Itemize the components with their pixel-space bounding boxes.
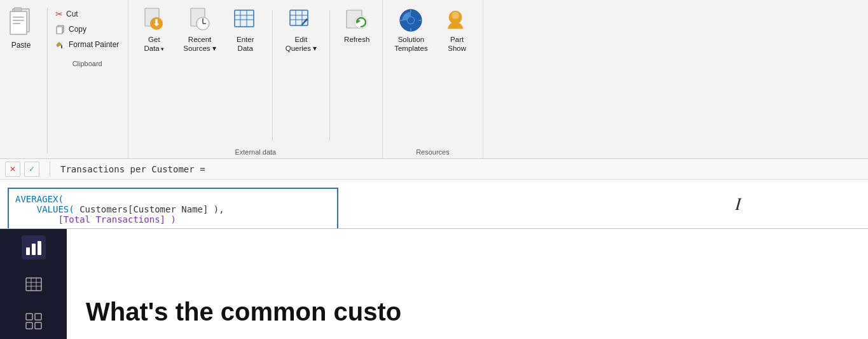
edit-queries-icon bbox=[288, 8, 313, 33]
resources-group-label: Resources bbox=[383, 146, 482, 156]
resources-group: Solution Templates Part Show Resources bbox=[383, 0, 483, 158]
formula-cancel-button[interactable]: ✕ bbox=[5, 162, 20, 177]
formula-line-1: AVERAGEX( bbox=[15, 194, 331, 204]
cut-button[interactable]: ✂ Cut bbox=[53, 8, 121, 20]
clipboard-group: Paste ✂ Cut Copy bbox=[0, 0, 128, 158]
get-data-icon: ⬇ bbox=[141, 8, 167, 33]
svg-rect-2 bbox=[14, 8, 22, 11]
text-cursor: 𝐼 bbox=[735, 194, 741, 215]
svg-rect-3 bbox=[13, 17, 24, 18]
formula-content[interactable]: AVERAGEX( VALUES( Customers[Customer Nam… bbox=[0, 180, 868, 228]
copy-label: Copy bbox=[69, 25, 86, 34]
refresh-button[interactable]: Refresh bbox=[338, 5, 376, 47]
recent-sources-icon bbox=[187, 8, 212, 33]
svg-rect-17 bbox=[235, 10, 254, 27]
partner-showcase-icon bbox=[444, 8, 470, 33]
partner-showcase-label: Part Show bbox=[448, 36, 466, 53]
format-painter-icon bbox=[55, 39, 65, 50]
left-sidebar bbox=[0, 229, 67, 339]
resources-items: Solution Templates Part Show bbox=[383, 5, 482, 146]
values-keyword: VALUES( bbox=[15, 204, 79, 214]
svg-rect-49 bbox=[35, 314, 41, 320]
svg-rect-22 bbox=[290, 10, 308, 25]
get-data-button[interactable]: ⬇ Get Data bbox=[135, 5, 173, 56]
get-data-label: Get Data bbox=[144, 36, 164, 53]
formula-bar-top: ✕ ✓ Transactions per Customer = bbox=[0, 159, 868, 180]
clipboard-group-label: Clipboard bbox=[53, 57, 121, 67]
solution-templates-icon bbox=[398, 8, 424, 33]
svg-point-39 bbox=[451, 12, 458, 19]
copy-icon bbox=[55, 24, 65, 34]
formula-line-3: [Total Transactions] ) bbox=[15, 214, 331, 225]
values-arg: Customers[Customer Name] ), bbox=[79, 204, 224, 214]
formula-confirm-button[interactable]: ✓ bbox=[24, 162, 39, 177]
paste-label: Paste bbox=[11, 41, 31, 50]
sidebar-item-model[interactable] bbox=[22, 309, 46, 333]
svg-rect-7 bbox=[57, 27, 62, 34]
ribbon: Paste ✂ Cut Copy bbox=[0, 0, 868, 159]
solution-templates-label: Solution Templates bbox=[394, 36, 427, 53]
formula-controls: ✕ ✓ bbox=[5, 162, 39, 177]
svg-rect-42 bbox=[38, 241, 41, 255]
enter-data-label: Enter Data bbox=[237, 36, 254, 53]
svg-rect-50 bbox=[26, 322, 32, 329]
external-data-items: ⬇ Get Data bbox=[128, 5, 382, 146]
svg-rect-8 bbox=[61, 45, 62, 48]
sidebar-item-report[interactable] bbox=[22, 235, 46, 259]
svg-rect-4 bbox=[13, 20, 24, 21]
solution-templates-button[interactable]: Solution Templates bbox=[389, 5, 432, 56]
enter-data-button[interactable]: Enter Data bbox=[226, 5, 265, 56]
paste-icon bbox=[6, 5, 36, 39]
svg-rect-5 bbox=[13, 23, 20, 24]
partner-showcase-button[interactable]: Part Show bbox=[438, 5, 476, 56]
main-heading: What's the common custo bbox=[86, 298, 401, 326]
formula-bar: ✕ ✓ Transactions per Customer = AVERAGEX… bbox=[0, 159, 868, 229]
cut-icon: ✂ bbox=[55, 9, 63, 19]
svg-rect-43 bbox=[26, 278, 41, 291]
edit-queries-button[interactable]: Edit Queries ▾ bbox=[280, 5, 322, 56]
formula-measure-name: Transactions per Customer = bbox=[60, 164, 205, 174]
format-painter-button[interactable]: Format Painter bbox=[53, 38, 121, 51]
formula-divider bbox=[50, 162, 50, 177]
external-data-group-label: External data bbox=[128, 146, 382, 156]
svg-point-33 bbox=[408, 17, 415, 24]
edit-queries-label: Edit Queries ▾ bbox=[286, 36, 317, 53]
external-data-group: ⬇ Get Data bbox=[128, 0, 383, 158]
refresh-icon bbox=[344, 8, 369, 33]
formula-body: AVERAGEX( VALUES( Customers[Customer Nam… bbox=[8, 188, 338, 228]
format-painter-label: Format Painter bbox=[69, 40, 119, 49]
svg-rect-41 bbox=[32, 244, 36, 255]
main-content: What's the common custo bbox=[0, 229, 868, 339]
paste-button[interactable]: Paste bbox=[6, 5, 42, 156]
averagex-keyword: AVERAGEX( bbox=[15, 194, 64, 204]
clipboard-right: ✂ Cut Copy Forma bbox=[53, 5, 121, 156]
sidebar-item-data[interactable] bbox=[22, 272, 46, 296]
enter-data-icon bbox=[233, 8, 258, 33]
cut-label: Cut bbox=[66, 10, 78, 18]
formula-line-2: VALUES( Customers[Customer Name] ), bbox=[15, 204, 331, 214]
recent-sources-button[interactable]: Recent Sources ▾ bbox=[178, 5, 221, 56]
svg-rect-51 bbox=[35, 322, 41, 329]
svg-rect-40 bbox=[26, 247, 30, 255]
main-text-area: What's the common custo bbox=[67, 229, 868, 339]
svg-text:⬇: ⬇ bbox=[153, 18, 160, 28]
refresh-label: Refresh bbox=[344, 36, 369, 45]
recent-sources-label: Recent Sources ▾ bbox=[183, 36, 216, 53]
measure-ref: [Total Transactions] ) bbox=[15, 214, 176, 225]
copy-button[interactable]: Copy bbox=[53, 23, 121, 36]
svg-rect-48 bbox=[26, 314, 32, 320]
